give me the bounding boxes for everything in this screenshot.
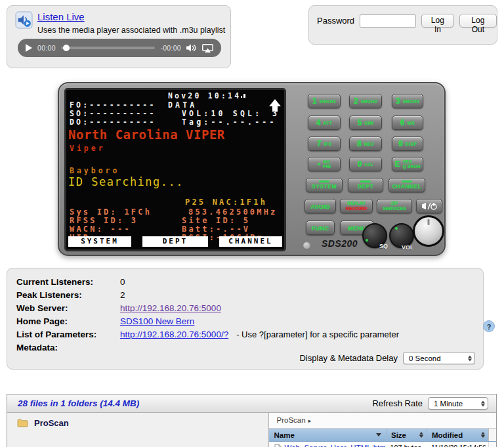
audio-player[interactable]: 00:00 -00:00 <box>18 39 221 57</box>
delay-select-value: 0 Second <box>409 354 441 362</box>
delay-select[interactable]: 0 Second <box>403 352 475 364</box>
file-browser-panel: 28 files in 1 folders (14.4 MB) Refresh … <box>7 394 497 447</box>
select-stepper-icon <box>481 400 485 406</box>
lcd-frequency: 853.462500MHz <box>188 207 278 217</box>
logout-button[interactable]: Log Out <box>459 14 497 28</box>
seek-slider[interactable] <box>61 47 156 49</box>
play-icon[interactable] <box>26 44 32 52</box>
vol-knob-label: VOL <box>402 244 414 251</box>
key-dot-no-pri[interactable]: • NOPRI <box>308 157 341 171</box>
file-size: 197 bytes <box>386 444 427 447</box>
file-modified: 11/19/20 15:14:56 <box>427 444 488 447</box>
signal-bars-icon <box>241 94 245 98</box>
key-light-power[interactable] <box>416 199 442 213</box>
softkey-dept: DEPT <box>142 236 208 247</box>
model-label: SDS200 <box>322 238 358 249</box>
help-icon[interactable]: ? <box>483 320 495 332</box>
login-button[interactable]: Log In <box>421 14 454 28</box>
refresh-rate-value: 1 Minute <box>434 400 463 408</box>
lcd-tag: Tag:--.--.--- <box>182 117 277 127</box>
tree-item-label: ProScan <box>34 418 69 428</box>
current-listeners-value: 0 <box>120 276 125 289</box>
scroll-knob[interactable] <box>413 215 444 247</box>
refresh-rate-label: Refresh Rate <box>372 398 423 408</box>
lcd-site: Bayboro <box>70 166 119 175</box>
key-7-ifx[interactable]: 7IFX <box>308 137 341 151</box>
key-8-rev[interactable]: 8REV <box>349 137 382 151</box>
lcd-do: DO:---------- <box>70 117 156 127</box>
key-func[interactable]: FUNC <box>306 221 335 235</box>
file-table-header: Name Size Modified <box>269 429 496 442</box>
tree-item-proscan[interactable]: ProScan <box>7 416 268 430</box>
folder-icon <box>17 419 28 427</box>
password-label: Password <box>317 16 354 26</box>
volume-icon[interactable] <box>186 44 197 52</box>
key-dept[interactable]: DEPT <box>348 178 383 192</box>
home-page-link[interactable]: SDS100 New Bern <box>120 315 194 328</box>
file-list-pane: ProScan▸ Name Size Modified <box>269 413 496 447</box>
lcd-batt: Batt:-.--V <box>182 224 250 234</box>
column-header-name[interactable]: Name <box>269 429 386 441</box>
breadcrumb-arrow-icon: ▸ <box>308 417 312 424</box>
scanner-lcd: Nov20 10:14 FO:---------- DATA SO:------… <box>64 88 286 251</box>
scrollbar-track[interactable] <box>488 442 496 447</box>
key-3-srch3[interactable]: 3SRCH3 <box>392 94 423 108</box>
select-stepper-icon <box>468 355 472 361</box>
listen-live-subtitle: Uses the media player associated with .m… <box>37 26 225 35</box>
file-link[interactable]: Web_Server_User_HTML.htm <box>285 444 386 447</box>
sort-descending-icon <box>376 433 381 436</box>
password-input[interactable] <box>360 14 416 28</box>
web-server-row: Web Server: http://192.168.20.76:5000 <box>16 302 474 315</box>
light-power-icon <box>421 202 437 210</box>
parameters-note: - Use ?[parameter] for a specific parame… <box>236 328 399 341</box>
key-system[interactable]: SYSTEM <box>306 178 343 192</box>
key-0-lvl[interactable]: 0LVL <box>349 157 382 171</box>
key-1-srch1[interactable]: 1SRCH1 <box>308 94 341 108</box>
remaining-time: -00:00 <box>160 44 181 52</box>
column-header-modified[interactable]: Modified <box>427 429 488 441</box>
lcd-data-mode: DATA <box>168 100 198 110</box>
sq-knob-label: SQ <box>379 243 388 249</box>
home-page-row: Home Page: SDS100 New Bern <box>16 315 474 328</box>
home-page-label: Home Page: <box>16 315 120 328</box>
key-e-yes-qsrch[interactable]: E YESQ SRCH <box>392 157 423 171</box>
key-9-disp[interactable]: 9DISP <box>392 137 423 151</box>
delay-label: Display & Metadata Delay <box>299 353 398 363</box>
key-replay-record[interactable]: REPLAYRECORD <box>340 199 373 213</box>
lcd-p25-nac: P25 NAC:1F1h <box>185 198 267 207</box>
key-avoid[interactable]: AVOID <box>304 199 336 213</box>
column-header-size[interactable]: Size <box>386 429 427 441</box>
current-listeners-label: Current Listeners: <box>16 276 120 289</box>
peak-listeners-row: Peak Listeners: 2 <box>16 289 474 302</box>
key-zip-services[interactable]: ZIPSERVICES <box>377 199 412 213</box>
key-5-dim[interactable]: 5DIM <box>349 116 382 130</box>
refresh-rate-select[interactable]: 1 Minute <box>428 397 488 410</box>
lcd-site-id: Site ID: 5 <box>182 216 250 225</box>
file-icon <box>274 444 282 447</box>
files-summary: 28 files in 1 folders (14.4 MB) <box>18 398 139 408</box>
parameters-link[interactable]: http://192.168.20.76:5000/? <box>120 328 228 341</box>
key-4-att[interactable]: 4ATT <box>308 116 341 130</box>
listen-live-link[interactable]: Listen Live <box>37 11 85 22</box>
lcd-softkeys: SYSTEM DEPT CHANNEL <box>68 236 282 247</box>
seek-knob[interactable] <box>63 45 70 51</box>
breadcrumb-label: ProScan <box>277 416 306 424</box>
breadcrumb[interactable]: ProScan▸ <box>269 413 496 429</box>
web-server-label: Web Server: <box>16 302 120 315</box>
lcd-sys-id: Sys ID: 1FCh <box>70 207 152 217</box>
status-led <box>303 242 310 249</box>
key-2-srch2[interactable]: 2SRCH2 <box>349 94 382 108</box>
listener-info-panel: Current Listeners: 0 Peak Listeners: 2 W… <box>7 268 484 370</box>
peak-listeners-label: Peak Listeners: <box>16 289 120 302</box>
key-channel[interactable]: CHANNEL <box>388 178 425 192</box>
key-6-wx[interactable]: 6WX <box>392 116 423 130</box>
lcd-department: Viper <box>70 144 106 153</box>
proscan-web-page: { "listen_panel": { "title": "Listen Liv… <box>0 0 504 447</box>
sort-both-icon <box>481 432 485 438</box>
airplay-icon[interactable] <box>202 44 213 53</box>
web-server-link[interactable]: http://192.168.20.76:5000 <box>120 302 221 315</box>
lcd-rfss-id: RFSS ID: 3 <box>70 216 138 225</box>
lcd-sql-value: 3 <box>272 109 279 118</box>
lcd-vol-sql: VOL:10 SQL: <box>182 109 262 118</box>
scrollbar-track[interactable] <box>488 429 496 441</box>
